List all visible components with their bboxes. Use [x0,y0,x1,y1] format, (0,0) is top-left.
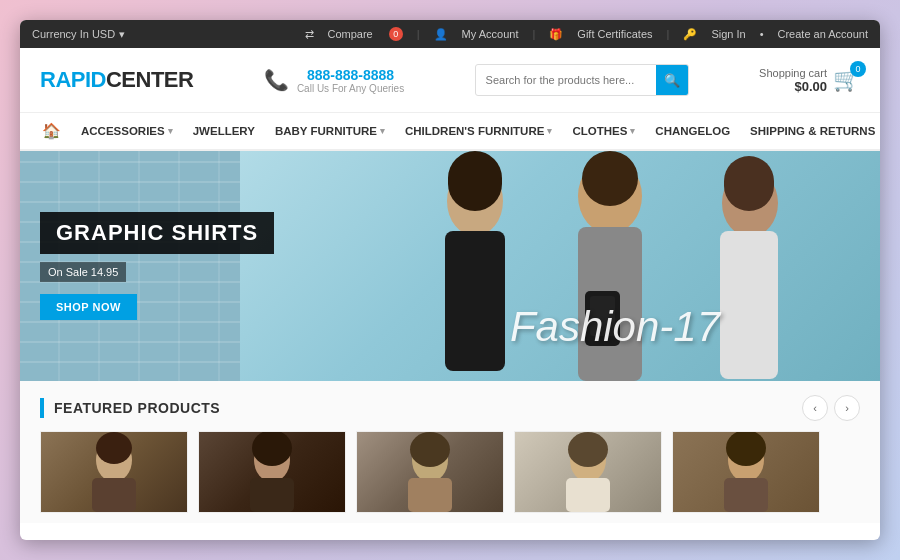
hero-title: GRAPHIC SHIRTS [56,220,258,246]
browser-frame: Currency In USD ▾ ⇄ Compare 0 | 👤 My Acc… [20,20,880,540]
nav-clothes[interactable]: CLOTHES ▾ [562,112,645,150]
cart-price: $0.00 [759,79,827,94]
nav-changelog[interactable]: CHANGELOG [645,112,740,150]
nav-home[interactable]: 🏠 [32,112,71,150]
cart-block[interactable]: Shopping cart $0.00 🛒 0 [759,67,860,94]
compare-badge: 0 [389,27,403,41]
svg-rect-8 [724,156,774,211]
featured-title-wrap: FEATURED PRODUCTS [40,398,220,418]
svg-rect-21 [568,432,608,467]
featured-header: FEATURED PRODUCTS ‹ › [40,395,860,421]
separator2: | [532,28,535,40]
nav-accessories[interactable]: ACCESSORIES ▾ [71,112,183,150]
carousel-prev-button[interactable]: ‹ [802,395,828,421]
product-image-5 [673,432,819,512]
nav-childrens-furniture[interactable]: CHILDREN'S FURNITURE ▾ [395,112,562,150]
chevron-down-icon2: ▾ [380,126,385,136]
separator: | [417,28,420,40]
product-image-3 [357,432,503,512]
chevron-down-icon4: ▾ [630,126,635,136]
separator4: • [760,28,764,40]
products-row [40,431,860,513]
hero-banner: GRAPHIC SHIRTS On Sale 14.95 SHOP NOW Fa… [20,151,880,381]
signin-icon: 🔑 [683,28,697,41]
search-input[interactable] [476,74,656,86]
carousel-next-button[interactable]: › [834,395,860,421]
search-button[interactable]: 🔍 [656,64,688,96]
svg-rect-18 [410,432,450,467]
search-bar: 🔍 [475,64,689,96]
nav-baby-furniture[interactable]: BABY FURNITURE ▾ [265,112,395,150]
hero-cta-button[interactable]: SHOP NOW [40,294,137,320]
svg-rect-2 [448,151,502,211]
cart-badge: 0 [850,61,866,77]
account-icon: 👤 [434,28,448,41]
nav-jwellery[interactable]: JWELLERY [183,112,265,150]
phone-block: 📞 888-888-8888 Call Us For Any Queries [264,67,404,94]
gift-certificates-link[interactable]: Gift Certificates [577,28,652,40]
svg-rect-13 [92,478,136,512]
top-bar-right: ⇄ Compare 0 | 👤 My Account | 🎁 Gift Cert… [305,27,869,41]
top-bar-left: Currency In USD ▾ [32,28,125,41]
hero-title-box: GRAPHIC SHIRTS [40,212,274,254]
chevron-down-icon: ▾ [119,28,125,41]
create-account-link[interactable]: Create an Account [777,28,868,40]
product-image-2 [199,432,345,512]
svg-rect-19 [408,478,452,512]
sign-in-link[interactable]: Sign In [711,28,745,40]
svg-rect-25 [724,478,768,512]
svg-rect-16 [250,478,294,512]
navigation: 🏠 ACCESSORIES ▾ JWELLERY BABY FURNITURE … [20,113,880,151]
svg-rect-1 [445,231,505,371]
hero-subtitle: On Sale 14.95 [40,262,126,282]
svg-rect-5 [582,151,638,206]
product-image-4 [515,432,661,512]
svg-rect-12 [96,432,132,464]
phone-sub: Call Us For Any Queries [297,83,404,94]
my-account-link[interactable]: My Account [462,28,519,40]
phone-icon: 📞 [264,68,289,92]
carousel-nav: ‹ › [802,395,860,421]
gift-icon: 🎁 [549,28,563,41]
logo[interactable]: RAPID CENTER [40,67,193,93]
product-card[interactable] [198,431,346,513]
featured-bar [40,398,44,418]
currency-selector[interactable]: Currency In USD [32,28,115,40]
chevron-down-icon: ▾ [168,126,173,136]
header: RAPID CENTER 📞 888-888-8888 Call Us For … [20,48,880,113]
chevron-down-icon3: ▾ [547,126,552,136]
top-bar: Currency In USD ▾ ⇄ Compare 0 | 👤 My Acc… [20,20,880,48]
phone-number: 888-888-8888 [297,67,404,83]
product-card[interactable] [356,431,504,513]
hero-fashion-text: Fashion-17 [510,303,720,351]
product-card[interactable] [40,431,188,513]
featured-products-section: FEATURED PRODUCTS ‹ › [20,381,880,523]
logo-rapid: RAPID [40,67,106,93]
separator3: | [667,28,670,40]
cart-icon-wrap[interactable]: 🛒 0 [833,67,860,93]
compare-icon: ⇄ [305,28,314,41]
svg-rect-22 [566,478,610,512]
nav-shipping[interactable]: SHIPPING & RETURNS [740,112,880,150]
product-card[interactable] [514,431,662,513]
product-image-1 [41,432,187,512]
cart-label: Shopping cart [759,67,827,79]
svg-rect-7 [720,231,778,379]
compare-link[interactable]: Compare [328,28,373,40]
featured-title: FEATURED PRODUCTS [54,400,220,416]
hero-content: GRAPHIC SHIRTS On Sale 14.95 SHOP NOW [40,212,274,320]
product-card[interactable] [672,431,820,513]
logo-center: CENTER [106,67,193,93]
